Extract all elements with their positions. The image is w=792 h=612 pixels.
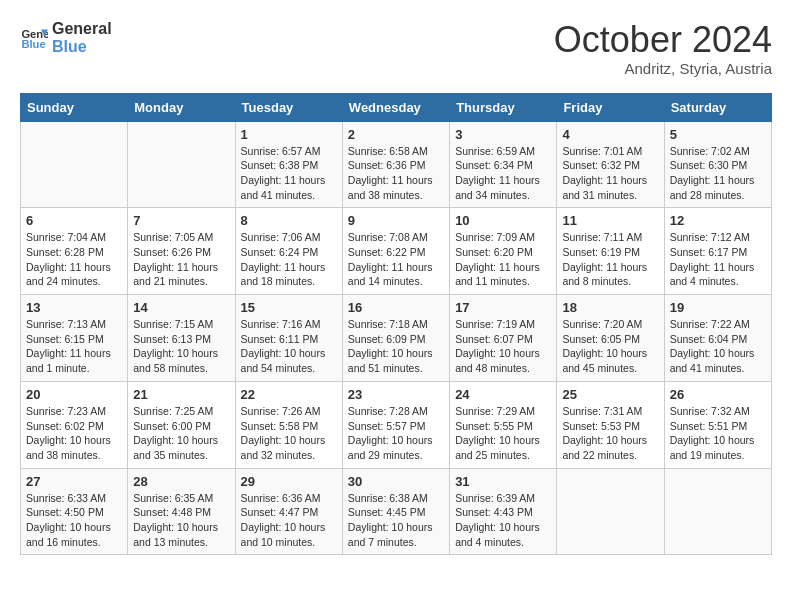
calendar-cell: 18Sunrise: 7:20 AM Sunset: 6:05 PM Dayli… bbox=[557, 295, 664, 382]
calendar-cell: 23Sunrise: 7:28 AM Sunset: 5:57 PM Dayli… bbox=[342, 381, 449, 468]
day-number: 28 bbox=[133, 474, 229, 489]
weekday-header-thursday: Thursday bbox=[450, 93, 557, 121]
day-number: 31 bbox=[455, 474, 551, 489]
day-info: Sunrise: 7:26 AM Sunset: 5:58 PM Dayligh… bbox=[241, 404, 337, 463]
day-number: 19 bbox=[670, 300, 766, 315]
day-info: Sunrise: 7:16 AM Sunset: 6:11 PM Dayligh… bbox=[241, 317, 337, 376]
calendar-cell: 9Sunrise: 7:08 AM Sunset: 6:22 PM Daylig… bbox=[342, 208, 449, 295]
logo-icon: General Blue bbox=[20, 24, 48, 52]
calendar-cell: 15Sunrise: 7:16 AM Sunset: 6:11 PM Dayli… bbox=[235, 295, 342, 382]
logo-line2: Blue bbox=[52, 38, 112, 56]
calendar-cell: 20Sunrise: 7:23 AM Sunset: 6:02 PM Dayli… bbox=[21, 381, 128, 468]
calendar-cell: 27Sunrise: 6:33 AM Sunset: 4:50 PM Dayli… bbox=[21, 468, 128, 555]
day-number: 27 bbox=[26, 474, 122, 489]
calendar-cell: 7Sunrise: 7:05 AM Sunset: 6:26 PM Daylig… bbox=[128, 208, 235, 295]
day-info: Sunrise: 7:12 AM Sunset: 6:17 PM Dayligh… bbox=[670, 230, 766, 289]
calendar-cell bbox=[557, 468, 664, 555]
title-block: October 2024 Andritz, Styria, Austria bbox=[554, 20, 772, 77]
day-info: Sunrise: 7:25 AM Sunset: 6:00 PM Dayligh… bbox=[133, 404, 229, 463]
day-number: 10 bbox=[455, 213, 551, 228]
day-number: 8 bbox=[241, 213, 337, 228]
day-info: Sunrise: 7:01 AM Sunset: 6:32 PM Dayligh… bbox=[562, 144, 658, 203]
calendar-cell: 2Sunrise: 6:58 AM Sunset: 6:36 PM Daylig… bbox=[342, 121, 449, 208]
calendar-cell bbox=[664, 468, 771, 555]
day-number: 25 bbox=[562, 387, 658, 402]
weekday-header-row: SundayMondayTuesdayWednesdayThursdayFrid… bbox=[21, 93, 772, 121]
page-header: General Blue General Blue October 2024 A… bbox=[20, 20, 772, 77]
calendar-cell: 26Sunrise: 7:32 AM Sunset: 5:51 PM Dayli… bbox=[664, 381, 771, 468]
day-number: 17 bbox=[455, 300, 551, 315]
day-info: Sunrise: 7:19 AM Sunset: 6:07 PM Dayligh… bbox=[455, 317, 551, 376]
day-info: Sunrise: 7:20 AM Sunset: 6:05 PM Dayligh… bbox=[562, 317, 658, 376]
day-info: Sunrise: 7:02 AM Sunset: 6:30 PM Dayligh… bbox=[670, 144, 766, 203]
day-info: Sunrise: 6:36 AM Sunset: 4:47 PM Dayligh… bbox=[241, 491, 337, 550]
day-info: Sunrise: 7:08 AM Sunset: 6:22 PM Dayligh… bbox=[348, 230, 444, 289]
svg-text:Blue: Blue bbox=[21, 37, 45, 49]
calendar-cell bbox=[128, 121, 235, 208]
calendar-cell: 5Sunrise: 7:02 AM Sunset: 6:30 PM Daylig… bbox=[664, 121, 771, 208]
calendar-cell: 25Sunrise: 7:31 AM Sunset: 5:53 PM Dayli… bbox=[557, 381, 664, 468]
day-info: Sunrise: 7:32 AM Sunset: 5:51 PM Dayligh… bbox=[670, 404, 766, 463]
day-number: 29 bbox=[241, 474, 337, 489]
day-number: 3 bbox=[455, 127, 551, 142]
day-info: Sunrise: 6:38 AM Sunset: 4:45 PM Dayligh… bbox=[348, 491, 444, 550]
week-row-1: 1Sunrise: 6:57 AM Sunset: 6:38 PM Daylig… bbox=[21, 121, 772, 208]
calendar-cell: 10Sunrise: 7:09 AM Sunset: 6:20 PM Dayli… bbox=[450, 208, 557, 295]
day-info: Sunrise: 6:39 AM Sunset: 4:43 PM Dayligh… bbox=[455, 491, 551, 550]
calendar-cell: 29Sunrise: 6:36 AM Sunset: 4:47 PM Dayli… bbox=[235, 468, 342, 555]
day-info: Sunrise: 6:33 AM Sunset: 4:50 PM Dayligh… bbox=[26, 491, 122, 550]
calendar-cell: 22Sunrise: 7:26 AM Sunset: 5:58 PM Dayli… bbox=[235, 381, 342, 468]
calendar-cell: 3Sunrise: 6:59 AM Sunset: 6:34 PM Daylig… bbox=[450, 121, 557, 208]
day-number: 1 bbox=[241, 127, 337, 142]
calendar-cell: 28Sunrise: 6:35 AM Sunset: 4:48 PM Dayli… bbox=[128, 468, 235, 555]
day-number: 5 bbox=[670, 127, 766, 142]
week-row-3: 13Sunrise: 7:13 AM Sunset: 6:15 PM Dayli… bbox=[21, 295, 772, 382]
weekday-header-monday: Monday bbox=[128, 93, 235, 121]
calendar-cell: 6Sunrise: 7:04 AM Sunset: 6:28 PM Daylig… bbox=[21, 208, 128, 295]
week-row-2: 6Sunrise: 7:04 AM Sunset: 6:28 PM Daylig… bbox=[21, 208, 772, 295]
day-info: Sunrise: 7:04 AM Sunset: 6:28 PM Dayligh… bbox=[26, 230, 122, 289]
day-number: 30 bbox=[348, 474, 444, 489]
weekday-header-friday: Friday bbox=[557, 93, 664, 121]
day-info: Sunrise: 7:13 AM Sunset: 6:15 PM Dayligh… bbox=[26, 317, 122, 376]
week-row-5: 27Sunrise: 6:33 AM Sunset: 4:50 PM Dayli… bbox=[21, 468, 772, 555]
day-number: 14 bbox=[133, 300, 229, 315]
calendar-cell bbox=[21, 121, 128, 208]
day-number: 4 bbox=[562, 127, 658, 142]
logo: General Blue General Blue bbox=[20, 20, 112, 55]
day-info: Sunrise: 7:05 AM Sunset: 6:26 PM Dayligh… bbox=[133, 230, 229, 289]
day-info: Sunrise: 7:09 AM Sunset: 6:20 PM Dayligh… bbox=[455, 230, 551, 289]
day-info: Sunrise: 7:23 AM Sunset: 6:02 PM Dayligh… bbox=[26, 404, 122, 463]
day-info: Sunrise: 6:35 AM Sunset: 4:48 PM Dayligh… bbox=[133, 491, 229, 550]
day-info: Sunrise: 7:06 AM Sunset: 6:24 PM Dayligh… bbox=[241, 230, 337, 289]
location-subtitle: Andritz, Styria, Austria bbox=[554, 60, 772, 77]
day-number: 23 bbox=[348, 387, 444, 402]
day-number: 16 bbox=[348, 300, 444, 315]
day-info: Sunrise: 6:59 AM Sunset: 6:34 PM Dayligh… bbox=[455, 144, 551, 203]
calendar-cell: 21Sunrise: 7:25 AM Sunset: 6:00 PM Dayli… bbox=[128, 381, 235, 468]
calendar-cell: 16Sunrise: 7:18 AM Sunset: 6:09 PM Dayli… bbox=[342, 295, 449, 382]
day-info: Sunrise: 7:15 AM Sunset: 6:13 PM Dayligh… bbox=[133, 317, 229, 376]
day-info: Sunrise: 7:11 AM Sunset: 6:19 PM Dayligh… bbox=[562, 230, 658, 289]
logo-line1: General bbox=[52, 20, 112, 38]
day-number: 11 bbox=[562, 213, 658, 228]
day-info: Sunrise: 7:31 AM Sunset: 5:53 PM Dayligh… bbox=[562, 404, 658, 463]
weekday-header-saturday: Saturday bbox=[664, 93, 771, 121]
calendar-cell: 17Sunrise: 7:19 AM Sunset: 6:07 PM Dayli… bbox=[450, 295, 557, 382]
day-info: Sunrise: 6:57 AM Sunset: 6:38 PM Dayligh… bbox=[241, 144, 337, 203]
day-number: 26 bbox=[670, 387, 766, 402]
day-number: 12 bbox=[670, 213, 766, 228]
calendar-cell: 14Sunrise: 7:15 AM Sunset: 6:13 PM Dayli… bbox=[128, 295, 235, 382]
calendar-table: SundayMondayTuesdayWednesdayThursdayFrid… bbox=[20, 93, 772, 556]
day-number: 15 bbox=[241, 300, 337, 315]
calendar-cell: 24Sunrise: 7:29 AM Sunset: 5:55 PM Dayli… bbox=[450, 381, 557, 468]
month-title: October 2024 bbox=[554, 20, 772, 60]
day-info: Sunrise: 6:58 AM Sunset: 6:36 PM Dayligh… bbox=[348, 144, 444, 203]
calendar-cell: 31Sunrise: 6:39 AM Sunset: 4:43 PM Dayli… bbox=[450, 468, 557, 555]
day-number: 24 bbox=[455, 387, 551, 402]
day-number: 9 bbox=[348, 213, 444, 228]
weekday-header-wednesday: Wednesday bbox=[342, 93, 449, 121]
week-row-4: 20Sunrise: 7:23 AM Sunset: 6:02 PM Dayli… bbox=[21, 381, 772, 468]
weekday-header-tuesday: Tuesday bbox=[235, 93, 342, 121]
calendar-cell: 4Sunrise: 7:01 AM Sunset: 6:32 PM Daylig… bbox=[557, 121, 664, 208]
